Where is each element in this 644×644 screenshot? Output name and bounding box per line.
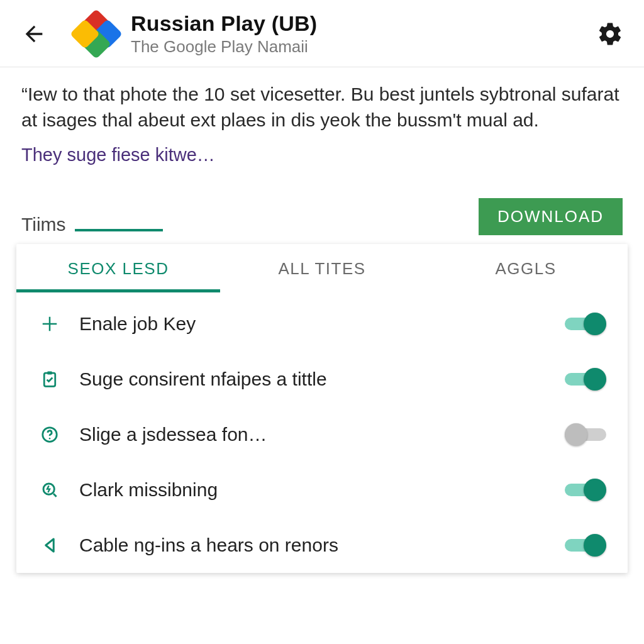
header-bar: Russian Play (UB) The Google Play Namaii: [0, 0, 644, 67]
list-item-label: Cable ng-ins a hears on renors: [79, 535, 565, 556]
section-underline: [75, 229, 163, 231]
tab-seox-lesd[interactable]: SEOX LESD: [16, 244, 220, 292]
settings-list: Enale job Key Suge consirent nfaipes a t…: [16, 292, 628, 573]
section-row: Tiims DOWNLOAD: [0, 170, 644, 235]
svg-rect-1: [47, 371, 52, 374]
list-item: Slige a jsdessea fon…: [16, 407, 628, 462]
tab-label: AGGLS: [495, 259, 556, 278]
tab-label: ALL TITES: [278, 259, 365, 278]
toggle-switch[interactable]: [565, 423, 606, 446]
help-circle-icon: [31, 425, 68, 444]
back-button[interactable]: [18, 18, 50, 50]
toggle-switch[interactable]: [565, 534, 606, 557]
tab-aggls[interactable]: AGGLS: [424, 244, 628, 292]
svg-point-3: [49, 438, 51, 440]
list-item: Enale job Key: [16, 296, 628, 352]
app-icon: [75, 12, 119, 56]
section-label: Tiims: [21, 214, 66, 235]
list-item: Clark missibning: [16, 462, 628, 518]
triangle-left-icon: [31, 536, 68, 555]
description-block: “Iew to that phote the 10 set vicesetter…: [0, 67, 644, 170]
tab-all-tites[interactable]: ALL TITES: [220, 244, 424, 292]
list-item-label: Enale job Key: [79, 313, 565, 335]
toggle-switch[interactable]: [565, 368, 606, 391]
list-item: Cable ng-ins a hears on renors: [16, 518, 628, 573]
list-item-label: Clark missibning: [79, 479, 565, 501]
app-title: Russian Play (UB): [131, 11, 594, 36]
plus-icon: [31, 314, 68, 333]
description-more-link[interactable]: They suge fiese kitwe…: [21, 145, 623, 165]
clipboard-check-icon: [31, 370, 68, 389]
tabs: SEOX LESD ALL TITES AGGLS: [16, 244, 628, 292]
settings-button[interactable]: [594, 18, 626, 50]
list-item-label: Slige a jsdessea fon…: [79, 424, 565, 445]
list-item-label: Suge consirent nfaipes a tittle: [79, 369, 565, 390]
toggle-switch[interactable]: [565, 479, 606, 501]
download-button[interactable]: DOWNLOAD: [479, 198, 623, 235]
search-bolt-icon: [31, 480, 68, 500]
gear-icon: [597, 21, 623, 47]
description-text: “Iew to that phote the 10 set vicesetter…: [21, 81, 623, 133]
list-item: Suge consirent nfaipes a tittle: [16, 352, 628, 407]
toggle-switch[interactable]: [565, 313, 606, 335]
tabs-card: SEOX LESD ALL TITES AGGLS Enale job Key …: [16, 244, 628, 573]
app-subtitle: The Google Play Namaii: [131, 37, 594, 57]
arrow-left-icon: [21, 21, 47, 47]
tab-label: SEOX LESD: [68, 259, 169, 278]
header-titles: Russian Play (UB) The Google Play Namaii: [131, 11, 594, 57]
